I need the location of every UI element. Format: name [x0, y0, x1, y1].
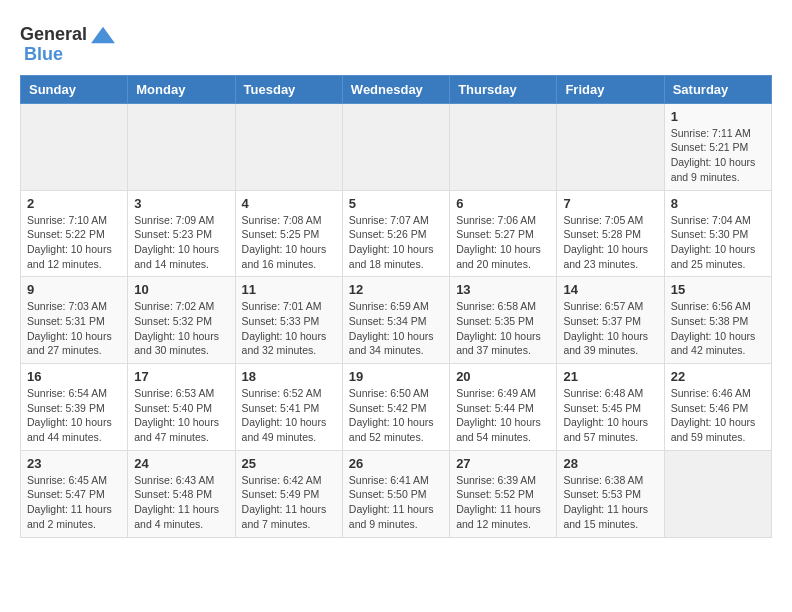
calendar-cell: 4Sunrise: 7:08 AM Sunset: 5:25 PM Daylig… — [235, 190, 342, 277]
day-number: 18 — [242, 369, 336, 384]
logo: General Blue — [20, 25, 117, 65]
calendar-cell: 20Sunrise: 6:49 AM Sunset: 5:44 PM Dayli… — [450, 364, 557, 451]
calendar-cell: 6Sunrise: 7:06 AM Sunset: 5:27 PM Daylig… — [450, 190, 557, 277]
day-number: 11 — [242, 282, 336, 297]
day-info: Sunrise: 6:53 AM Sunset: 5:40 PM Dayligh… — [134, 386, 228, 445]
calendar-cell — [342, 103, 449, 190]
calendar-week-row: 2Sunrise: 7:10 AM Sunset: 5:22 PM Daylig… — [21, 190, 772, 277]
day-info: Sunrise: 6:54 AM Sunset: 5:39 PM Dayligh… — [27, 386, 121, 445]
day-number: 1 — [671, 109, 765, 124]
calendar-cell: 1Sunrise: 7:11 AM Sunset: 5:21 PM Daylig… — [664, 103, 771, 190]
calendar-cell: 24Sunrise: 6:43 AM Sunset: 5:48 PM Dayli… — [128, 450, 235, 537]
calendar-week-row: 9Sunrise: 7:03 AM Sunset: 5:31 PM Daylig… — [21, 277, 772, 364]
calendar-week-row: 23Sunrise: 6:45 AM Sunset: 5:47 PM Dayli… — [21, 450, 772, 537]
day-number: 22 — [671, 369, 765, 384]
weekday-header-thursday: Thursday — [450, 75, 557, 103]
day-number: 19 — [349, 369, 443, 384]
day-number: 9 — [27, 282, 121, 297]
calendar-cell: 5Sunrise: 7:07 AM Sunset: 5:26 PM Daylig… — [342, 190, 449, 277]
day-info: Sunrise: 6:57 AM Sunset: 5:37 PM Dayligh… — [563, 299, 657, 358]
calendar-cell: 28Sunrise: 6:38 AM Sunset: 5:53 PM Dayli… — [557, 450, 664, 537]
day-number: 28 — [563, 456, 657, 471]
day-number: 17 — [134, 369, 228, 384]
day-info: Sunrise: 7:05 AM Sunset: 5:28 PM Dayligh… — [563, 213, 657, 272]
day-info: Sunrise: 6:45 AM Sunset: 5:47 PM Dayligh… — [27, 473, 121, 532]
calendar-cell: 22Sunrise: 6:46 AM Sunset: 5:46 PM Dayli… — [664, 364, 771, 451]
day-info: Sunrise: 6:52 AM Sunset: 5:41 PM Dayligh… — [242, 386, 336, 445]
logo-blue-text: Blue — [24, 44, 63, 64]
page-header: General Blue — [20, 20, 772, 65]
calendar-cell: 17Sunrise: 6:53 AM Sunset: 5:40 PM Dayli… — [128, 364, 235, 451]
day-info: Sunrise: 6:38 AM Sunset: 5:53 PM Dayligh… — [563, 473, 657, 532]
logo-general-text: General — [20, 25, 87, 45]
day-number: 7 — [563, 196, 657, 211]
day-number: 14 — [563, 282, 657, 297]
day-number: 26 — [349, 456, 443, 471]
calendar-cell: 10Sunrise: 7:02 AM Sunset: 5:32 PM Dayli… — [128, 277, 235, 364]
day-number: 23 — [27, 456, 121, 471]
calendar-cell: 21Sunrise: 6:48 AM Sunset: 5:45 PM Dayli… — [557, 364, 664, 451]
day-info: Sunrise: 6:49 AM Sunset: 5:44 PM Dayligh… — [456, 386, 550, 445]
calendar-cell: 26Sunrise: 6:41 AM Sunset: 5:50 PM Dayli… — [342, 450, 449, 537]
day-info: Sunrise: 6:58 AM Sunset: 5:35 PM Dayligh… — [456, 299, 550, 358]
day-number: 6 — [456, 196, 550, 211]
weekday-header-row: SundayMondayTuesdayWednesdayThursdayFrid… — [21, 75, 772, 103]
calendar-cell: 7Sunrise: 7:05 AM Sunset: 5:28 PM Daylig… — [557, 190, 664, 277]
calendar-cell: 15Sunrise: 6:56 AM Sunset: 5:38 PM Dayli… — [664, 277, 771, 364]
day-info: Sunrise: 6:41 AM Sunset: 5:50 PM Dayligh… — [349, 473, 443, 532]
calendar-week-row: 1Sunrise: 7:11 AM Sunset: 5:21 PM Daylig… — [21, 103, 772, 190]
weekday-header-sunday: Sunday — [21, 75, 128, 103]
day-info: Sunrise: 6:46 AM Sunset: 5:46 PM Dayligh… — [671, 386, 765, 445]
day-info: Sunrise: 7:09 AM Sunset: 5:23 PM Dayligh… — [134, 213, 228, 272]
day-info: Sunrise: 7:07 AM Sunset: 5:26 PM Dayligh… — [349, 213, 443, 272]
day-number: 25 — [242, 456, 336, 471]
calendar-table: SundayMondayTuesdayWednesdayThursdayFrid… — [20, 75, 772, 538]
day-number: 5 — [349, 196, 443, 211]
calendar-cell — [128, 103, 235, 190]
calendar-cell — [21, 103, 128, 190]
calendar-cell — [450, 103, 557, 190]
calendar-cell: 27Sunrise: 6:39 AM Sunset: 5:52 PM Dayli… — [450, 450, 557, 537]
calendar-cell: 2Sunrise: 7:10 AM Sunset: 5:22 PM Daylig… — [21, 190, 128, 277]
day-number: 4 — [242, 196, 336, 211]
calendar-cell: 12Sunrise: 6:59 AM Sunset: 5:34 PM Dayli… — [342, 277, 449, 364]
day-number: 10 — [134, 282, 228, 297]
weekday-header-wednesday: Wednesday — [342, 75, 449, 103]
weekday-header-monday: Monday — [128, 75, 235, 103]
calendar-cell — [557, 103, 664, 190]
day-info: Sunrise: 6:59 AM Sunset: 5:34 PM Dayligh… — [349, 299, 443, 358]
day-number: 24 — [134, 456, 228, 471]
calendar-cell — [664, 450, 771, 537]
calendar-cell: 23Sunrise: 6:45 AM Sunset: 5:47 PM Dayli… — [21, 450, 128, 537]
day-number: 12 — [349, 282, 443, 297]
day-info: Sunrise: 7:01 AM Sunset: 5:33 PM Dayligh… — [242, 299, 336, 358]
day-number: 27 — [456, 456, 550, 471]
day-number: 8 — [671, 196, 765, 211]
day-number: 3 — [134, 196, 228, 211]
day-number: 21 — [563, 369, 657, 384]
calendar-cell: 16Sunrise: 6:54 AM Sunset: 5:39 PM Dayli… — [21, 364, 128, 451]
svg-marker-0 — [91, 27, 115, 43]
day-number: 16 — [27, 369, 121, 384]
calendar-cell: 19Sunrise: 6:50 AM Sunset: 5:42 PM Dayli… — [342, 364, 449, 451]
calendar-cell: 18Sunrise: 6:52 AM Sunset: 5:41 PM Dayli… — [235, 364, 342, 451]
day-info: Sunrise: 6:39 AM Sunset: 5:52 PM Dayligh… — [456, 473, 550, 532]
day-number: 13 — [456, 282, 550, 297]
calendar-week-row: 16Sunrise: 6:54 AM Sunset: 5:39 PM Dayli… — [21, 364, 772, 451]
day-info: Sunrise: 7:08 AM Sunset: 5:25 PM Dayligh… — [242, 213, 336, 272]
calendar-cell: 11Sunrise: 7:01 AM Sunset: 5:33 PM Dayli… — [235, 277, 342, 364]
weekday-header-saturday: Saturday — [664, 75, 771, 103]
calendar-cell: 3Sunrise: 7:09 AM Sunset: 5:23 PM Daylig… — [128, 190, 235, 277]
day-number: 20 — [456, 369, 550, 384]
weekday-header-tuesday: Tuesday — [235, 75, 342, 103]
day-info: Sunrise: 6:50 AM Sunset: 5:42 PM Dayligh… — [349, 386, 443, 445]
logo-wrapper: General Blue — [20, 25, 117, 65]
day-number: 2 — [27, 196, 121, 211]
calendar-cell — [235, 103, 342, 190]
day-info: Sunrise: 7:10 AM Sunset: 5:22 PM Dayligh… — [27, 213, 121, 272]
day-info: Sunrise: 6:56 AM Sunset: 5:38 PM Dayligh… — [671, 299, 765, 358]
day-info: Sunrise: 6:43 AM Sunset: 5:48 PM Dayligh… — [134, 473, 228, 532]
logo-icon — [89, 23, 117, 45]
day-info: Sunrise: 7:04 AM Sunset: 5:30 PM Dayligh… — [671, 213, 765, 272]
day-info: Sunrise: 7:03 AM Sunset: 5:31 PM Dayligh… — [27, 299, 121, 358]
